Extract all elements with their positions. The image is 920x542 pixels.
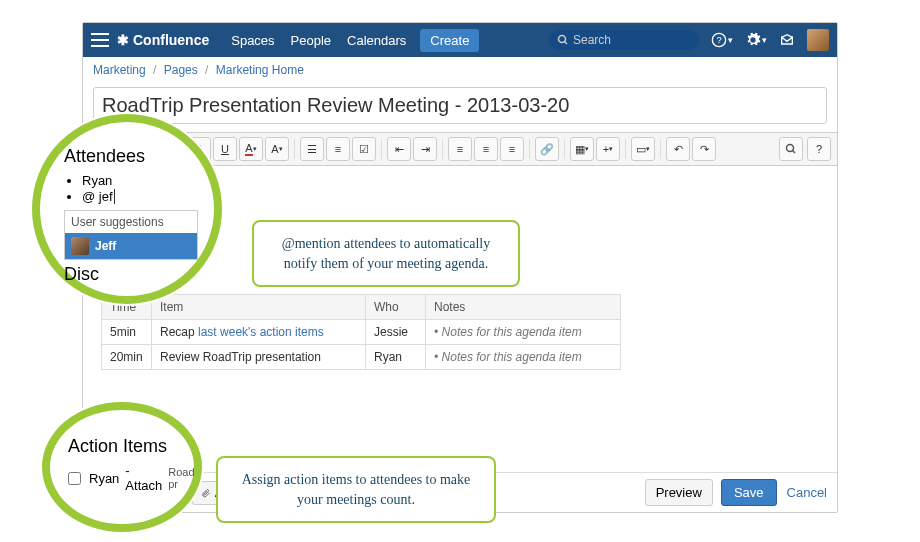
link-button[interactable]: 🔗 xyxy=(535,137,559,161)
action-items-link[interactable]: last week's action items xyxy=(198,325,324,339)
action-items-heading: Action Items xyxy=(68,436,184,457)
bullet-list-button[interactable]: ☰ xyxy=(300,137,324,161)
agenda-table: Time Item Who Notes 5min Recap last week… xyxy=(101,294,621,370)
action-item-checkbox[interactable] xyxy=(68,472,81,485)
save-button[interactable]: Save xyxy=(721,479,777,506)
undo-button[interactable]: ↶ xyxy=(666,137,690,161)
gear-icon[interactable]: ▾ xyxy=(745,32,767,48)
find-button[interactable] xyxy=(779,137,803,161)
page-title-input[interactable] xyxy=(93,87,827,124)
svg-text:?: ? xyxy=(716,35,721,45)
breadcrumb-marketing[interactable]: Marketing xyxy=(93,63,146,77)
insert-button[interactable]: + ▾ xyxy=(596,137,620,161)
menu-icon[interactable] xyxy=(91,33,109,47)
mention-caption: @mention attendees to automatically noti… xyxy=(252,220,520,287)
col-notes: Notes xyxy=(426,295,621,320)
col-who: Who xyxy=(366,295,426,320)
indent-button[interactable]: ⇥ xyxy=(413,137,437,161)
svg-point-0 xyxy=(559,36,566,43)
align-right-button[interactable]: ≡ xyxy=(500,137,524,161)
preview-button[interactable]: Preview xyxy=(645,479,713,506)
suggestion-avatar xyxy=(71,237,89,255)
nav-spaces[interactable]: Spaces xyxy=(231,33,274,48)
nav-people[interactable]: People xyxy=(291,33,331,48)
number-list-button[interactable]: ≡ xyxy=(326,137,350,161)
redo-button[interactable]: ↷ xyxy=(692,137,716,161)
text-color-button[interactable]: A ▾ xyxy=(239,137,263,161)
breadcrumb-pages[interactable]: Pages xyxy=(164,63,198,77)
attendee-ryan[interactable]: Ryan xyxy=(82,173,112,188)
notifications-icon[interactable] xyxy=(779,32,795,48)
action-item-assignee[interactable]: Ryan xyxy=(89,471,119,486)
help-icon[interactable]: ? ▾ xyxy=(711,32,733,48)
user-avatar[interactable] xyxy=(807,29,829,51)
col-item: Item xyxy=(152,295,366,320)
search-icon xyxy=(557,34,569,46)
svg-line-1 xyxy=(565,42,568,45)
svg-point-4 xyxy=(787,145,794,152)
search-input[interactable] xyxy=(573,33,673,47)
create-button[interactable]: Create xyxy=(420,29,479,52)
table-button[interactable]: ▦ ▾ xyxy=(570,137,594,161)
attendees-heading: Attendees xyxy=(64,146,198,167)
more-formatting-button[interactable]: A▾ xyxy=(265,137,289,161)
task-list-button[interactable]: ☑ xyxy=(352,137,376,161)
paperclip-icon xyxy=(201,488,211,498)
brand-text: Confluence xyxy=(133,32,209,48)
table-row[interactable]: 20min Review RoadTrip presentation Ryan … xyxy=(102,345,621,370)
align-left-button[interactable]: ≡ xyxy=(448,137,472,161)
suggestions-heading: User suggestions xyxy=(65,211,197,233)
layout-button[interactable]: ▭ ▾ xyxy=(631,137,655,161)
logo-mark-icon: ✱ xyxy=(117,32,129,48)
action-item-trail: RoadTrip pr xyxy=(168,466,194,490)
discussion-heading-partial: Disc xyxy=(64,264,198,285)
mention-input[interactable]: @ jef xyxy=(82,189,115,204)
breadcrumb: Marketing / Pages / Marketing Home xyxy=(83,57,837,83)
suggestion-jeff[interactable]: Jeff xyxy=(65,233,197,259)
align-center-button[interactable]: ≡ xyxy=(474,137,498,161)
confluence-logo[interactable]: ✱ Confluence xyxy=(117,32,209,48)
action-items-callout-circle: Action Items Ryan - Attach RoadTrip pr xyxy=(42,402,202,532)
table-row[interactable]: 5min Recap last week's action items Jess… xyxy=(102,320,621,345)
topbar: ✱ Confluence Spaces People Calendars Cre… xyxy=(83,23,837,57)
outdent-button[interactable]: ⇤ xyxy=(387,137,411,161)
cancel-link[interactable]: Cancel xyxy=(787,485,827,500)
action-item-text: - Attach xyxy=(125,463,162,493)
search-box[interactable] xyxy=(549,30,699,50)
svg-line-5 xyxy=(793,151,796,154)
action-items-caption: Assign action items to attendees to make… xyxy=(216,456,496,523)
breadcrumb-marketing-home[interactable]: Marketing Home xyxy=(216,63,304,77)
user-suggestions-dropdown: User suggestions Jeff xyxy=(64,210,198,260)
help-button[interactable]: ? xyxy=(807,137,831,161)
nav-calendars[interactable]: Calendars xyxy=(347,33,406,48)
attendees-callout-circle: Attendees Ryan @ jef User suggestions Je… xyxy=(32,114,222,304)
underline-button[interactable]: U xyxy=(213,137,237,161)
